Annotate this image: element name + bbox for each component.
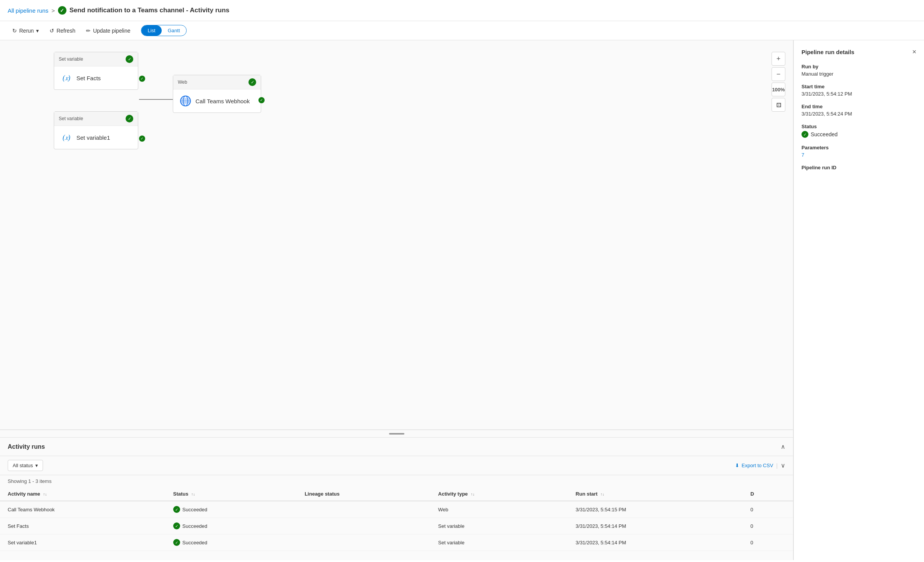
status-sort-icon[interactable]: ↑↓ bbox=[191, 493, 195, 496]
breadcrumb-link[interactable]: All pipeline runs bbox=[8, 7, 48, 14]
activity-runs-section: Activity runs ∧ All status ▾ ⬇ Export to… bbox=[0, 437, 793, 560]
row-status-icon: ✓ bbox=[173, 522, 180, 529]
view-toggle: List Gantt bbox=[141, 25, 186, 36]
col-d: D bbox=[743, 487, 793, 501]
cell-run-start: 3/31/2023, 5:54:14 PM bbox=[568, 534, 743, 551]
col-run-start: Run start ↑↓ bbox=[568, 487, 743, 501]
activity-type-sort-icon[interactable]: ↑↓ bbox=[471, 493, 475, 496]
set-facts-connector-check: ✓ bbox=[139, 76, 145, 82]
web-node[interactable]: Web ✓ bbox=[173, 75, 261, 113]
run-by-value: Manual trigger bbox=[801, 71, 916, 77]
canvas-divider[interactable] bbox=[0, 430, 793, 437]
status-success-icon: ✓ bbox=[801, 131, 808, 138]
zoom-fit-button[interactable]: 100% bbox=[772, 83, 785, 96]
cell-lineage-status bbox=[297, 501, 431, 518]
parameters-detail: Parameters 7 bbox=[801, 145, 916, 158]
col-activity-type: Activity type ↑↓ bbox=[431, 487, 568, 501]
cell-d: 0 bbox=[743, 518, 793, 534]
set-facts-success-icon: ✓ bbox=[126, 55, 133, 63]
update-pipeline-button[interactable]: ✏ Update pipeline bbox=[81, 25, 135, 36]
collapse-button[interactable]: ∧ bbox=[781, 443, 785, 450]
run-by-detail: Run by Manual trigger bbox=[801, 64, 916, 77]
export-icon: ⬇ bbox=[735, 463, 739, 468]
set-variable1-node[interactable]: Set variable ✓ (𝑥) Set variable1 bbox=[54, 111, 138, 149]
rerun-icon: ↻ bbox=[12, 28, 17, 34]
cell-activity-type: Set variable bbox=[431, 518, 568, 534]
set-variable1-node-header: Set variable ✓ bbox=[54, 112, 138, 126]
app-container: All pipeline runs > ✓ Send notification … bbox=[0, 0, 924, 560]
set-facts-node[interactable]: Set variable ✓ (𝑥) Set Facts bbox=[54, 52, 138, 90]
cell-activity-name: Set variable1 bbox=[0, 534, 166, 551]
zoom-controls: + − 100% ⊡ bbox=[772, 52, 785, 112]
set-variable1-node-body: (𝑥) Set variable1 bbox=[54, 126, 138, 149]
toolbar: ↻ Rerun ▾ ↺ Refresh ✏ Update pipeline Li… bbox=[0, 21, 924, 40]
rerun-chevron-icon: ▾ bbox=[36, 28, 39, 34]
row-status-icon: ✓ bbox=[173, 506, 180, 513]
zoom-out-button[interactable]: − bbox=[772, 67, 785, 81]
status-label: Status bbox=[801, 124, 916, 129]
canvas-panel: + − 100% ⊡ Set variable ✓ (𝑥) bbox=[0, 40, 793, 560]
set-variable1-connector-check: ✓ bbox=[139, 136, 145, 142]
divider-handle bbox=[389, 433, 404, 435]
cell-run-start: 3/31/2023, 5:54:14 PM bbox=[568, 518, 743, 534]
cell-d: 0 bbox=[743, 501, 793, 518]
activity-name-sort-icon[interactable]: ↑↓ bbox=[43, 493, 47, 496]
set-facts-node-header: Set variable ✓ bbox=[54, 52, 138, 66]
page-title: ✓ Send notification to a Teams channel -… bbox=[58, 6, 230, 15]
panel-header: Pipeline run details × bbox=[801, 48, 916, 56]
title-success-icon: ✓ bbox=[58, 6, 66, 15]
gantt-view-button[interactable]: Gantt bbox=[162, 25, 186, 36]
breadcrumb-separator: > bbox=[51, 7, 55, 14]
cell-lineage-status bbox=[297, 518, 431, 534]
cell-status: ✓ Succeeded bbox=[166, 534, 297, 551]
web-node-body: Call Teams Webhook bbox=[173, 89, 261, 112]
activity-runs-title: Activity runs bbox=[8, 443, 45, 450]
start-time-label: Start time bbox=[801, 84, 916, 89]
activity-runs-toolbar: All status ▾ ⬇ Export to CSV | ∨ bbox=[0, 456, 793, 475]
web-success-icon: ✓ bbox=[248, 78, 256, 86]
zoom-in-button[interactable]: + bbox=[772, 52, 785, 66]
table-row[interactable]: Call Teams Webhook ✓ Succeeded Web 3/31/… bbox=[0, 501, 793, 518]
start-time-value: 3/31/2023, 5:54:12 PM bbox=[801, 91, 916, 97]
table-row[interactable]: Set Facts ✓ Succeeded Set variable 3/31/… bbox=[0, 518, 793, 534]
status-filter-dropdown[interactable]: All status ▾ bbox=[8, 460, 43, 471]
status-value: ✓ Succeeded bbox=[801, 131, 916, 138]
panel-title: Pipeline run details bbox=[801, 49, 854, 55]
table-header-row: Activity name ↑↓ Status ↑↓ Lineage statu… bbox=[0, 487, 793, 501]
table-body: Call Teams Webhook ✓ Succeeded Web 3/31/… bbox=[0, 501, 793, 551]
cell-activity-type: Web bbox=[431, 501, 568, 518]
cell-activity-name: Set Facts bbox=[0, 518, 166, 534]
row-status-icon: ✓ bbox=[173, 539, 180, 546]
start-time-detail: Start time 3/31/2023, 5:54:12 PM bbox=[801, 84, 916, 97]
page-header: All pipeline runs > ✓ Send notification … bbox=[0, 0, 924, 21]
cell-d: 0 bbox=[743, 534, 793, 551]
expand-button[interactable]: ∨ bbox=[781, 462, 785, 469]
cell-status: ✓ Succeeded bbox=[166, 501, 297, 518]
web-connector-check: ✓ bbox=[258, 97, 265, 103]
end-time-value: 3/31/2023, 5:54:24 PM bbox=[801, 111, 916, 117]
set-variable1-variable-icon: (𝑥) bbox=[60, 131, 73, 144]
pipeline-arrow bbox=[139, 97, 177, 102]
set-facts-variable-icon: (𝑥) bbox=[60, 72, 73, 84]
cell-activity-type: Set variable bbox=[431, 534, 568, 551]
refresh-button[interactable]: ↺ Refresh bbox=[45, 25, 80, 36]
table-row[interactable]: Set variable1 ✓ Succeeded Set variable 3… bbox=[0, 534, 793, 551]
run-start-sort-icon[interactable]: ↑↓ bbox=[600, 493, 604, 496]
parameters-value[interactable]: 7 bbox=[801, 152, 916, 158]
close-panel-button[interactable]: × bbox=[912, 48, 916, 56]
rerun-button[interactable]: ↻ Rerun ▾ bbox=[8, 25, 43, 36]
zoom-frame-button[interactable]: ⊡ bbox=[772, 98, 785, 112]
web-globe-icon bbox=[179, 95, 192, 107]
activity-runs-table: Activity name ↑↓ Status ↑↓ Lineage statu… bbox=[0, 487, 793, 551]
set-variable1-success-icon: ✓ bbox=[126, 115, 133, 122]
export-csv-button[interactable]: ⬇ Export to CSV bbox=[735, 463, 773, 468]
pipeline-canvas: + − 100% ⊡ Set variable ✓ (𝑥) bbox=[0, 40, 793, 430]
items-count: Showing 1 - 3 items bbox=[0, 475, 793, 487]
pipeline-run-details-panel: Pipeline run details × Run by Manual tri… bbox=[793, 40, 924, 560]
parameters-label: Parameters bbox=[801, 145, 916, 150]
refresh-icon: ↺ bbox=[50, 28, 54, 34]
end-time-label: End time bbox=[801, 104, 916, 109]
web-node-header: Web ✓ bbox=[173, 75, 261, 89]
pipeline-run-id-label: Pipeline run ID bbox=[801, 165, 916, 170]
list-view-button[interactable]: List bbox=[141, 25, 161, 36]
